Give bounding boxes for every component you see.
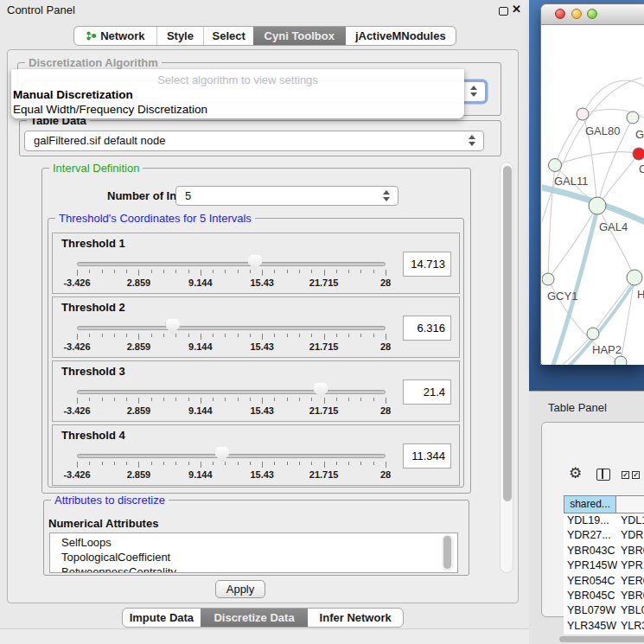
number-of-intervals-combobox[interactable]: 5 — [175, 186, 399, 206]
network-node[interactable] — [633, 148, 644, 160]
network-view-window[interactable]: GAL80GCGAL11GAL4GCY1HHAP2 — [540, 3, 644, 365]
slider-tick — [138, 270, 139, 276]
slider-tick — [225, 270, 226, 273]
scrollbar-thumb[interactable] — [503, 166, 512, 501]
slider-tick — [262, 398, 263, 404]
tab-jactivemnodules[interactable]: jActiveMNodules — [346, 27, 456, 45]
network-node-label: HAP2 — [592, 343, 622, 356]
table-horizontal-scrollbar[interactable] — [558, 635, 644, 643]
slider-thumb[interactable] — [314, 383, 328, 399]
slider-track[interactable] — [77, 326, 386, 330]
tab-select[interactable]: Select — [203, 27, 253, 45]
threshold-value-field[interactable]: 11.344 — [403, 443, 451, 469]
tab-jactivemnodules-label: jActiveMNodules — [355, 27, 446, 45]
tab-infer-network[interactable]: Infer Network — [308, 609, 403, 627]
table-row[interactable]: YBR045CYBR0 — [564, 589, 644, 603]
table-row[interactable]: YDR27...YDR2 — [564, 528, 644, 543]
table-cell-name: YDL1 — [621, 514, 644, 526]
network-window-titlebar[interactable] — [541, 4, 644, 25]
slider-tick — [386, 270, 386, 276]
scrollbar-thumb[interactable] — [443, 536, 451, 569]
control-panel-scrollbar[interactable] — [500, 162, 513, 573]
table-panel-title: Table Panel — [548, 401, 607, 414]
table-row[interactable]: YPR145WYPR1 — [564, 558, 644, 573]
popup-option-manual-discretization[interactable]: Manual Discretization — [13, 88, 133, 101]
slider-tick — [373, 334, 374, 337]
tab-style[interactable]: Style — [156, 27, 204, 45]
slider-tick — [274, 398, 275, 401]
popup-option-equal-width-frequency[interactable]: Equal Width/Frequency Discretization — [13, 103, 207, 116]
network-graph: GAL80GCGAL11GAL4GCY1HHAP2 — [542, 26, 644, 365]
tab-cyni-toolbox[interactable]: Cyni Toolbox — [253, 27, 346, 45]
tab-discretize-data[interactable]: Discretize Data — [201, 609, 309, 627]
threshold-row: Threshold 3-3.4262.8599.14415.4321.71528… — [52, 360, 460, 422]
tab-network[interactable]: Network — [74, 27, 156, 45]
slider-tick — [138, 398, 139, 404]
split-columns-icon[interactable] — [596, 469, 610, 481]
threshold-value-field[interactable]: 21.4 — [403, 379, 451, 405]
threshold-value-field[interactable]: 6.316 — [403, 316, 451, 341]
slider-tick-label: 15.43 — [236, 469, 288, 480]
slider-tick — [311, 462, 312, 465]
threshold-value-field[interactable]: 14.713 — [403, 252, 451, 277]
slider-tick — [163, 462, 164, 465]
close-traffic-light-icon[interactable] — [555, 9, 565, 19]
table-cell-name: YPR1 — [621, 559, 644, 571]
slider-track[interactable] — [77, 454, 386, 458]
slider-tick-label: 2.859 — [112, 469, 164, 480]
checkbox-icon[interactable]: ✓ — [632, 471, 640, 479]
table-row[interactable]: YLR345WYLR3 — [564, 619, 644, 634]
slider-tick — [238, 398, 239, 401]
network-node[interactable] — [615, 356, 627, 365]
network-node[interactable] — [542, 273, 554, 285]
slider-tick — [188, 334, 189, 337]
slider-track[interactable] — [77, 390, 386, 394]
network-node[interactable] — [589, 197, 606, 214]
gear-icon[interactable]: ⚙ — [569, 466, 582, 481]
slider-thumb[interactable] — [166, 319, 180, 335]
control-panel-titlebar: Control Panel ✕ — [0, 0, 529, 21]
slider-thumb[interactable] — [215, 447, 229, 462]
attribute-list-item[interactable]: BetweennessCentrality — [61, 565, 176, 573]
control-panel-title: Control Panel — [7, 3, 75, 16]
float-window-icon[interactable] — [499, 7, 508, 16]
network-node[interactable] — [587, 328, 599, 340]
network-node[interactable] — [627, 270, 642, 285]
table-row[interactable]: YIL052CYIL0 — [564, 634, 644, 634]
attribute-list-item[interactable]: TopologicalCoefficient — [61, 551, 170, 564]
network-node[interactable] — [627, 112, 639, 124]
tab-impute-data[interactable]: Impute Data — [123, 609, 201, 627]
table-row[interactable]: YBR043CYBR0 — [564, 544, 644, 558]
network-edge[interactable] — [597, 154, 639, 206]
apply-button[interactable]: Apply — [215, 580, 265, 598]
algorithm-dropdown-popup: Select algorithm to view settings Manual… — [11, 69, 464, 118]
attribute-list-item[interactable]: SelfLoops — [61, 536, 112, 549]
table-row[interactable]: YBL079WYBL0 — [564, 603, 644, 618]
network-node[interactable] — [549, 159, 562, 172]
slider-track[interactable] — [77, 262, 386, 266]
table-cell-shared-name: YDR27... — [567, 529, 617, 541]
slider-tick — [386, 334, 386, 340]
network-canvas[interactable]: GAL80GCGAL11GAL4GCY1HHAP2 — [542, 26, 644, 365]
slider-tick-label: 21.715 — [298, 405, 350, 416]
slider-tick — [336, 462, 337, 465]
network-node[interactable] — [577, 108, 589, 120]
slider-tick — [311, 334, 312, 337]
zoom-traffic-light-icon[interactable] — [587, 9, 597, 19]
minimize-traffic-light-icon[interactable] — [571, 9, 582, 19]
checkbox-icon[interactable]: ✓ — [622, 471, 629, 479]
slider-tick — [324, 334, 325, 340]
threshold-label: Threshold 3 — [61, 365, 125, 378]
slider-thumb[interactable] — [248, 255, 262, 271]
scrollbar-thumb[interactable] — [559, 636, 644, 642]
column-header-shared-name[interactable]: shared... — [564, 495, 616, 513]
table-row[interactable]: YER054CYER0 — [564, 574, 644, 589]
table-row[interactable]: YDL19...YDL1 — [564, 513, 644, 528]
network-edge[interactable] — [593, 277, 634, 334]
attributes-list-scrollbar[interactable] — [442, 534, 454, 571]
column-header-name[interactable]: n — [616, 495, 644, 513]
slider-tick — [126, 270, 127, 273]
close-icon[interactable]: ✕ — [512, 3, 521, 16]
interval-definition-group-title: Interval Definition — [49, 162, 143, 175]
table-data-combobox[interactable]: galFiltered.sif default node — [24, 131, 484, 151]
